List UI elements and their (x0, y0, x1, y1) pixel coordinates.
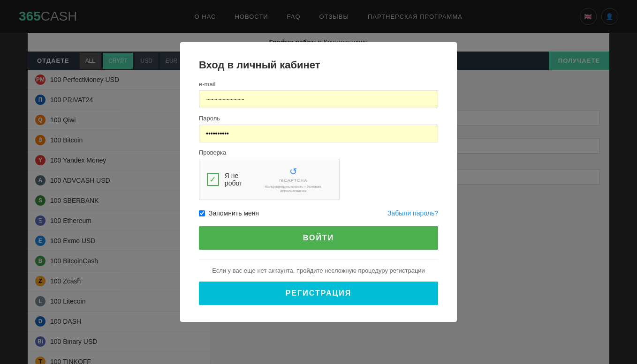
login-button[interactable]: ВОЙТИ (199, 226, 438, 250)
remember-row: Запомнить меня Забыли пароль? (199, 209, 438, 217)
password-field[interactable] (199, 125, 438, 142)
email-field[interactable] (199, 90, 438, 108)
remember-checkbox[interactable] (199, 210, 205, 216)
remember-label: Запомнить меня (209, 209, 259, 217)
remember-left: Запомнить меня (199, 209, 259, 217)
modal-divider (199, 259, 438, 260)
recaptcha-widget[interactable]: ✓ Я не робот ↺ reCAPTCHA Конфиденциально… (199, 159, 340, 200)
register-button[interactable]: РЕГИСТРАЦИЯ (199, 282, 438, 305)
modal-overlay[interactable]: Вход в личный кабинет e-mail Пароль Пров… (0, 0, 637, 364)
modal-title: Вход в личный кабинет (199, 59, 438, 71)
recaptcha-checkmark: ✓ (207, 173, 219, 186)
recaptcha-left: ✓ Я не робот (207, 172, 255, 187)
password-label: Пароль (199, 115, 438, 122)
recaptcha-text: Я не робот (225, 172, 255, 187)
recaptcha-links: Конфиденциальность • Условия использован… (255, 185, 332, 193)
register-hint: Если у вас еще нет аккаунта, пройдите не… (199, 267, 438, 274)
email-label: e-mail (199, 81, 438, 88)
recaptcha-right: ↺ reCAPTCHA Конфиденциальность • Условия… (255, 166, 332, 193)
verification-label: Проверка (199, 149, 438, 156)
recaptcha-label: reCAPTCHA (279, 178, 307, 183)
login-modal: Вход в личный кабинет e-mail Пароль Пров… (180, 42, 457, 322)
recaptcha-logo-icon: ↺ (289, 166, 297, 177)
forgot-password-link[interactable]: Забыли пароль? (387, 209, 438, 217)
